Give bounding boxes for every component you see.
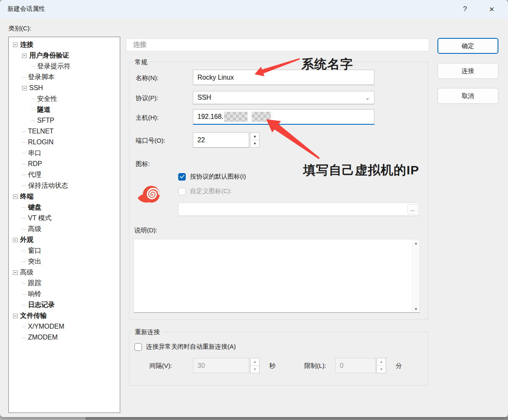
tree-item-20[interactable]: 突出 [9, 256, 120, 267]
tree-item-22[interactable]: 跟踪 [9, 278, 120, 289]
description-textarea[interactable]: ▲ ▼ [134, 239, 420, 313]
custom-icon-checkbox[interactable] [178, 188, 186, 195]
tree-item-label: ZMODEM [28, 334, 58, 341]
tree-item-6[interactable]: 隧道 [9, 104, 120, 115]
tree-item-15[interactable]: 键盘 [9, 202, 120, 213]
ok-button[interactable]: 确定 [437, 38, 498, 54]
tree-connector [22, 164, 26, 164]
tree-connector [22, 283, 26, 284]
auto-reconnect-checkbox[interactable] [134, 343, 142, 351]
tree-item-9[interactable]: RLOGIN [9, 137, 120, 148]
name-value: Rocky Linux [197, 74, 234, 81]
custom-icon-checkbox-row[interactable]: 自定义图标(C): [178, 187, 232, 195]
tree-item-2[interactable]: 登录提示符 [9, 61, 120, 72]
interval-unit: 秒 [269, 362, 275, 370]
auto-reconnect-checkbox-row[interactable]: 连接异常关闭时自动重新连接(A) [134, 343, 236, 351]
tree-item-label: 键盘 [28, 203, 41, 212]
port-value: 22 [197, 136, 205, 144]
spinner-down-icon[interactable]: ▼ [250, 366, 259, 373]
limit-input[interactable]: 0 [335, 358, 376, 373]
tree-item-label: RDP [28, 160, 42, 168]
browse-button[interactable]: ... [407, 204, 417, 214]
tree-item-26[interactable]: X/YMODEM [9, 321, 120, 332]
page-header: 连接 [126, 38, 429, 51]
collapse-icon[interactable] [13, 194, 18, 199]
xshell-session-icon [135, 184, 162, 206]
tree-item-7[interactable]: SFTP [9, 115, 120, 126]
tree-item-16[interactable]: VT 模式 [9, 213, 120, 224]
collapse-icon[interactable] [13, 270, 18, 275]
tree-item-3[interactable]: 登录脚本 [9, 72, 120, 83]
description-scrollbar[interactable]: ▲ ▼ [412, 239, 420, 312]
protocol-select[interactable]: SSH ⌄ [193, 91, 374, 104]
titlebar: 新建会话属性 ? ✕ [0, 0, 508, 18]
scroll-down-icon[interactable]: ▼ [412, 305, 420, 312]
tree-item-17[interactable]: 高级 [9, 224, 120, 234]
tree-item-12[interactable]: 代理 [9, 169, 120, 180]
spinner-down-icon[interactable]: ▼ [377, 366, 386, 373]
tree-item-21[interactable]: 高级 [9, 267, 120, 278]
tree-connector [22, 175, 26, 175]
tree-connector [22, 251, 26, 251]
tree-connector [22, 337, 26, 338]
spinner-down-icon[interactable]: ▼ [250, 140, 259, 147]
collapse-icon[interactable] [22, 86, 27, 91]
help-button[interactable]: ? [455, 0, 475, 18]
tree-item-10[interactable]: 串口 [9, 148, 120, 158]
tree-item-0[interactable]: 连接 [9, 39, 120, 50]
tree-connector [22, 229, 26, 229]
default-icon-checkbox-row[interactable]: 按协议的默认图标(I) [178, 173, 246, 181]
collapse-icon[interactable] [13, 314, 18, 318]
default-icon-checkbox[interactable] [178, 173, 186, 181]
host-input[interactable]: 192.168. [193, 109, 374, 125]
general-group-title: 常规 [133, 58, 149, 66]
tree-item-label: 窗口 [28, 246, 41, 255]
tree-item-8[interactable]: TELNET [9, 126, 120, 137]
tree-item-label: TELNET [28, 128, 53, 135]
spinner-up-icon[interactable]: ▲ [377, 358, 386, 366]
tree-item-label: 登录脚本 [28, 73, 55, 82]
tree-item-19[interactable]: 窗口 [9, 245, 120, 256]
tree-item-24[interactable]: 日志记录 [9, 299, 120, 310]
tree-item-label: 代理 [28, 171, 41, 179]
tree-connector [22, 153, 26, 153]
custom-icon-path-input[interactable]: ... [178, 203, 419, 216]
host-value: 192.168. [197, 113, 223, 121]
close-button[interactable]: ✕ [482, 0, 501, 18]
collapse-icon[interactable] [13, 238, 18, 242]
port-spinner[interactable]: ▲ ▼ [250, 132, 260, 148]
tree-item-13[interactable]: 保持活动状态 [9, 180, 120, 191]
tree-item-11[interactable]: RDP [9, 158, 120, 169]
interval-input[interactable]: 30 [193, 358, 249, 373]
tree-item-27[interactable]: ZMODEM [9, 332, 120, 343]
protocol-label: 协议(P): [136, 94, 158, 102]
annotation-vm-ip: 填写自己虚拟机的IP [303, 162, 419, 179]
cancel-button[interactable]: 取消 [437, 88, 498, 104]
tree-item-label: SSH [29, 84, 43, 92]
interval-value: 30 [197, 362, 205, 370]
collapse-icon[interactable] [22, 53, 27, 58]
tree-item-23[interactable]: 响铃 [9, 289, 120, 299]
scroll-up-icon[interactable]: ▲ [412, 239, 420, 246]
tree-item-18[interactable]: 外观 [9, 234, 120, 245]
tree-item-label: 安全性 [37, 95, 57, 103]
category-tree: 连接用户身份验证登录提示符登录脚本SSH安全性隧道SFTPTELNETRLOGI… [8, 37, 120, 413]
tree-item-5[interactable]: 安全性 [9, 93, 120, 104]
tree-item-label: 隧道 [37, 106, 51, 114]
tree-item-label: SFTP [37, 117, 54, 124]
port-input[interactable]: 22 [193, 132, 249, 148]
tree-connector [22, 142, 26, 143]
interval-spinner[interactable]: ▲ ▼ [250, 358, 260, 373]
spinner-up-icon[interactable]: ▲ [250, 133, 259, 140]
tree-item-4[interactable]: SSH [9, 83, 120, 93]
tree-connector [22, 305, 26, 305]
tree-item-label: 响铃 [28, 290, 41, 299]
tree-item-25[interactable]: 文件传输 [9, 310, 120, 321]
tree-item-14[interactable]: 终端 [9, 191, 120, 202]
limit-spinner[interactable]: ▲ ▼ [377, 358, 386, 373]
tree-connector [31, 110, 35, 110]
connect-button[interactable]: 连接 [437, 63, 498, 79]
collapse-icon[interactable] [13, 43, 18, 47]
spinner-up-icon[interactable]: ▲ [250, 358, 259, 366]
tree-item-1[interactable]: 用户身份验证 [9, 50, 120, 61]
